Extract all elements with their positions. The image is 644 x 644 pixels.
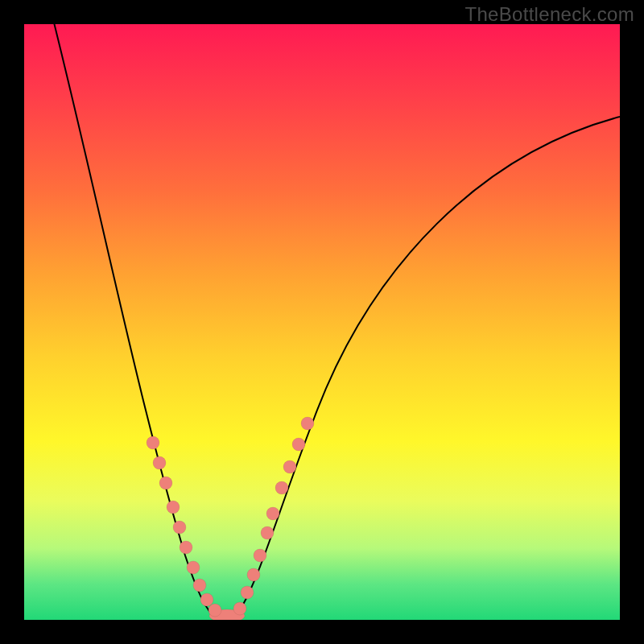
dot-right (275, 481, 288, 494)
dot-right (254, 549, 266, 562)
plot-area (24, 24, 620, 620)
dot-left (153, 456, 166, 469)
dot-left (147, 436, 159, 449)
left-curve (52, 24, 221, 620)
dot-right (233, 602, 246, 615)
dot-left (167, 501, 180, 514)
dot-right (301, 417, 314, 430)
dot-right (247, 568, 260, 581)
dot-left (187, 561, 200, 574)
right-curve (233, 117, 620, 620)
dot-right (292, 438, 305, 451)
curves-svg (24, 24, 620, 620)
dot-right (261, 526, 274, 539)
dot-left (173, 521, 186, 534)
dot-right (241, 586, 254, 599)
watermark-text: TheBottleneck.com (464, 3, 634, 26)
dot-right (283, 460, 296, 473)
dot-right (266, 507, 279, 520)
dot-left (180, 541, 192, 554)
dot-left (193, 579, 206, 592)
dot-left (159, 477, 172, 489)
dot-left (200, 593, 213, 606)
dot-left (208, 604, 221, 617)
chart-frame: TheBottleneck.com (0, 0, 644, 644)
